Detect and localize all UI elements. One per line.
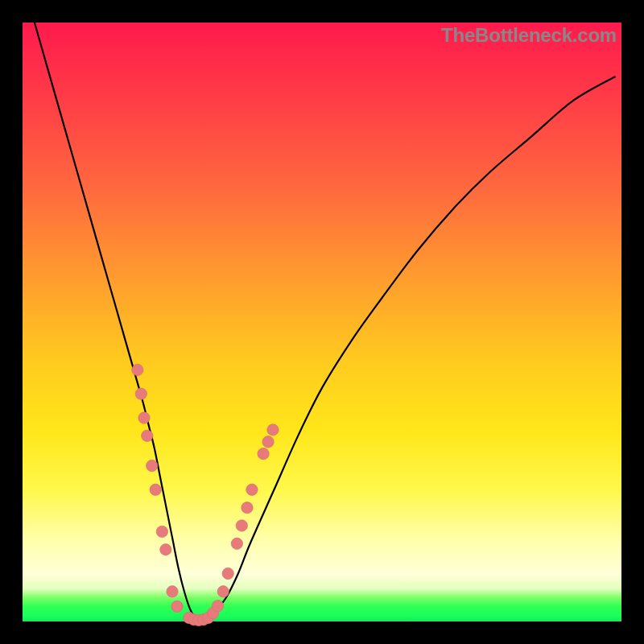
highlight-dot xyxy=(242,502,253,513)
highlight-dot xyxy=(160,544,171,555)
highlight-dot xyxy=(156,526,167,537)
highlight-dot xyxy=(258,448,269,459)
highlight-dot xyxy=(222,568,233,579)
highlight-dot xyxy=(246,484,258,495)
highlight-dot xyxy=(236,520,247,531)
highlight-dot xyxy=(147,460,158,471)
highlight-dot xyxy=(262,436,274,448)
highlight-dot xyxy=(132,364,143,375)
highlight-dot xyxy=(171,601,183,612)
highlight-dot xyxy=(150,484,161,495)
bottleneck-curve xyxy=(35,23,616,621)
highlight-dot xyxy=(212,600,223,611)
highlight-dot xyxy=(167,586,178,597)
highlight-dot xyxy=(135,388,147,399)
highlight-dot xyxy=(267,424,279,436)
highlight-dot xyxy=(217,586,229,597)
curve-layer xyxy=(23,23,621,621)
highlight-dot xyxy=(142,430,153,441)
plot-area: TheBottleneck.com xyxy=(23,23,621,621)
highlight-dots-group xyxy=(132,364,279,625)
chart-frame: TheBottleneck.com xyxy=(0,0,644,644)
highlight-dot xyxy=(138,412,150,423)
highlight-dot xyxy=(231,538,242,549)
